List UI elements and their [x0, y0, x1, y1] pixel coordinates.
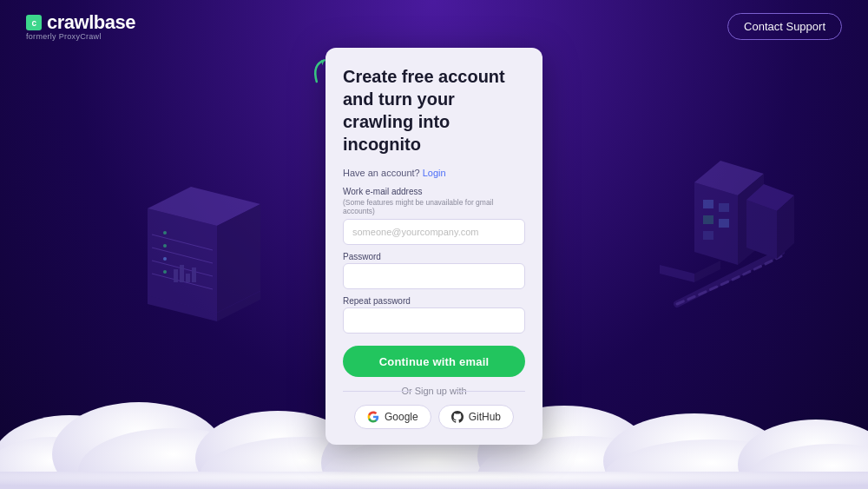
card-title: Create free account and turn your crawli… [343, 65, 525, 155]
svg-rect-17 [174, 269, 178, 282]
repeat-password-field-group: Repeat password [343, 296, 525, 334]
github-icon [451, 411, 464, 423]
password-field-group: Password [343, 252, 525, 289]
svg-marker-6 [148, 208, 217, 313]
email-input[interactable] [343, 219, 525, 245]
contact-support-button[interactable]: Contact Support [727, 13, 842, 40]
svg-point-14 [163, 244, 167, 248]
svg-rect-28 [703, 231, 713, 240]
svg-rect-18 [180, 265, 184, 282]
svg-marker-32 [660, 265, 694, 282]
google-signup-button[interactable]: Google [354, 405, 431, 429]
svg-rect-26 [703, 215, 713, 224]
svg-rect-20 [192, 268, 196, 282]
logo-area: c crawlbase formerly ProxyCrawl [26, 11, 135, 41]
have-account-text: Have an account? Login [343, 168, 525, 178]
repeat-password-label: Repeat password [343, 296, 525, 306]
svg-point-13 [163, 231, 167, 235]
svg-rect-25 [719, 203, 729, 212]
continue-with-email-button[interactable]: Continue with email [343, 346, 525, 377]
deco-server-left [104, 139, 260, 334]
password-label: Password [343, 252, 525, 261]
svg-rect-27 [719, 219, 729, 228]
email-label: Work e-mail address [343, 187, 525, 196]
svg-rect-48 [0, 472, 868, 489]
password-input[interactable] [343, 263, 525, 289]
logo-text: crawlbase [47, 11, 135, 34]
or-divider: Or Sign up with [343, 386, 525, 396]
svg-rect-24 [703, 200, 713, 208]
github-label: GitHub [469, 411, 501, 423]
login-link[interactable]: Login [423, 168, 446, 178]
svg-point-16 [163, 270, 167, 274]
navbar: c crawlbase formerly ProxyCrawl Contact … [0, 0, 868, 52]
repeat-password-input[interactable] [343, 307, 525, 334]
email-field-group: Work e-mail address (Some features might… [343, 187, 525, 245]
google-icon [367, 411, 379, 423]
google-label: Google [385, 411, 418, 423]
registration-card: Create free account and turn your crawli… [326, 48, 542, 445]
svg-point-15 [163, 257, 167, 261]
logo-icon: c [26, 15, 42, 30]
logo: c crawlbase [26, 11, 135, 34]
have-account-label: Have an account? [343, 168, 420, 178]
email-hint: (Some features might be unavailable for … [343, 198, 525, 215]
github-signup-button[interactable]: GitHub [438, 405, 514, 429]
logo-subtitle: formerly ProxyCrawl [26, 32, 102, 41]
svg-rect-19 [186, 274, 190, 282]
svg-marker-33 [694, 261, 720, 282]
deco-server-right [608, 113, 816, 334]
social-buttons: Google GitHub [343, 405, 525, 429]
svg-marker-21 [694, 182, 738, 265]
